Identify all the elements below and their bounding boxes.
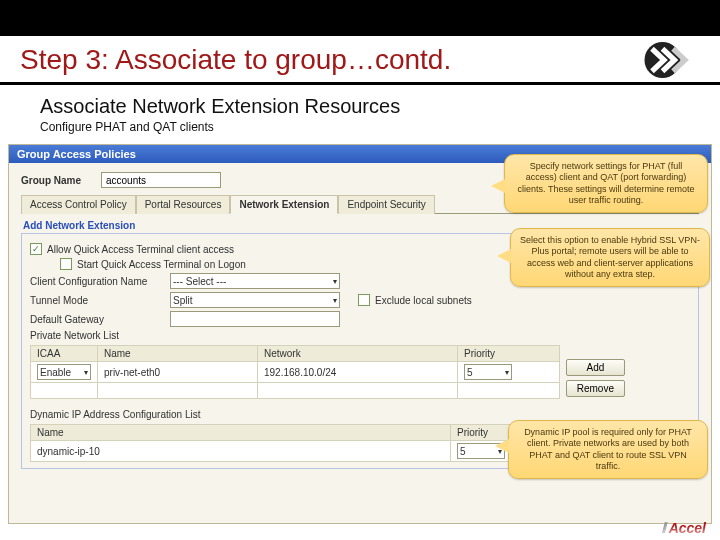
table-row[interactable]: dynamic-ip-10 5▾	[31, 441, 560, 462]
default-gw-input[interactable]	[170, 311, 340, 327]
exclude-local-checkbox[interactable]: ✓	[358, 294, 370, 306]
allow-qac-label: Allow Quick Access Terminal client acces…	[47, 244, 234, 255]
pnl-name-cell: priv-net-eth0	[98, 362, 258, 383]
table-row: Name Priority	[31, 425, 560, 441]
slide-subtitle-small: Configure PHAT and QAT clients	[0, 118, 720, 140]
client-config-select[interactable]: --- Select --- ▾	[170, 273, 340, 289]
tunnel-mode-value: Split	[173, 295, 192, 306]
tab-network-extension[interactable]: Network Extension	[230, 195, 338, 214]
start-qat-label: Start Quick Access Terminal on Logon	[77, 259, 246, 270]
bottom-fade	[0, 526, 720, 540]
pnl-table: ICAA Name Network Priority Enable▾ priv-…	[30, 345, 560, 399]
dip-h-name: Name	[31, 425, 451, 441]
chevron-down-icon: ▾	[84, 368, 88, 377]
tunnel-mode-select[interactable]: Split ▾	[170, 292, 340, 308]
pnl-network-cell: 192.168.10.0/24	[258, 362, 458, 383]
pnl-h-network: Network	[258, 346, 458, 362]
group-name-input[interactable]	[101, 172, 221, 188]
tunnel-mode-row: Tunnel Mode Split ▾ ✓ Exclude local subn…	[30, 292, 690, 308]
dip-table-wrap: Name Priority dynamic-ip-10 5▾	[30, 424, 560, 462]
title-row: Step 3: Associate to group…contd.	[0, 36, 720, 85]
pnl-h-priority: Priority	[458, 346, 560, 362]
chevron-down-icon: ▾	[333, 296, 337, 305]
callout-dynamic-ip: Dynamic IP pool is required only for PHA…	[508, 420, 708, 479]
dip-name-cell: dynamic-ip-10	[31, 441, 451, 462]
dip-table: Name Priority dynamic-ip-10 5▾	[30, 424, 560, 462]
slide-title: Step 3: Associate to group…contd.	[20, 44, 640, 76]
allow-qac-checkbox[interactable]: ✓	[30, 243, 42, 255]
tab-access-control[interactable]: Access Control Policy	[21, 195, 136, 214]
pnl-side-buttons: Add Remove	[566, 359, 625, 397]
add-button[interactable]: Add	[566, 359, 625, 376]
tunnel-mode-label: Tunnel Mode	[30, 295, 170, 306]
start-qat-checkbox[interactable]: ✓	[60, 258, 72, 270]
exclude-local-label: Exclude local subnets	[375, 295, 472, 306]
group-name-label: Group Name	[21, 175, 101, 186]
callout-network-settings: Specify network settings for PHAT (full …	[504, 154, 708, 213]
pnl-table-wrap: ICAA Name Network Priority Enable▾ priv-…	[30, 345, 560, 399]
dip-label: Dynamic IP Address Configuration List	[30, 409, 250, 420]
pnl-h-icaa: ICAA	[31, 346, 98, 362]
pnl-h-name: Name	[98, 346, 258, 362]
client-config-value: --- Select ---	[173, 276, 226, 287]
pnl-icaa-select[interactable]: Enable▾	[37, 364, 91, 380]
default-gw-row: Default Gateway	[30, 311, 690, 327]
dip-label-row: Dynamic IP Address Configuration List	[30, 409, 690, 420]
tab-endpoint-security[interactable]: Endpoint Security	[338, 195, 434, 214]
chevron-down-icon: ▾	[333, 277, 337, 286]
top-black-bar	[0, 0, 720, 36]
default-gw-label: Default Gateway	[30, 314, 170, 325]
chevron-down-icon: ▾	[505, 368, 509, 377]
table-row[interactable]: Enable▾ priv-net-eth0 192.168.10.0/24 5▾	[31, 362, 560, 383]
remove-button[interactable]: Remove	[566, 380, 625, 397]
tab-portal-resources[interactable]: Portal Resources	[136, 195, 231, 214]
client-config-label: Client Configuration Name	[30, 276, 170, 287]
callout-hybrid-portal: Select this option to enable Hybrid SSL …	[510, 228, 710, 287]
pnl-label: Private Network List	[30, 330, 170, 341]
arrow-chevrons-icon	[640, 40, 700, 80]
pnl-priority-select[interactable]: 5▾	[464, 364, 512, 380]
table-row	[31, 383, 560, 399]
pnl-label-row: Private Network List	[30, 330, 690, 341]
slide-subtitle: Associate Network Extension Resources	[0, 85, 720, 118]
table-row: ICAA Name Network Priority	[31, 346, 560, 362]
